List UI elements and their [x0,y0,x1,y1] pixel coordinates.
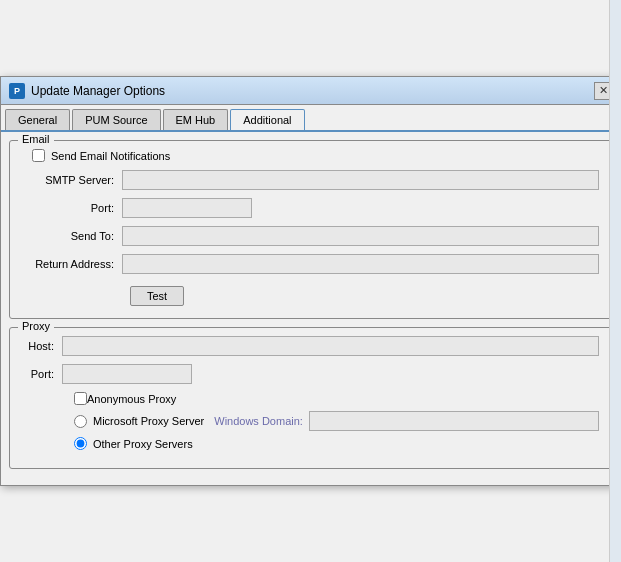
smtp-input[interactable] [122,170,599,190]
port-input[interactable] [122,198,252,218]
send-notifications-label[interactable]: Send Email Notifications [51,150,170,162]
tab-em-hub[interactable]: EM Hub [163,109,229,130]
send-notifications-row: Send Email Notifications [22,149,599,162]
send-to-row: Send To: [22,226,599,246]
proxy-port-row: Port: [22,364,599,384]
return-address-label: Return Address: [22,258,122,270]
app-icon: P [9,83,25,99]
main-window: P Update Manager Options ✕ General PUM S… [0,76,621,486]
proxy-group: Proxy Host: Port: Anonymous Proxy Micros… [9,327,612,469]
microsoft-proxy-radio[interactable] [74,415,87,428]
proxy-port-input[interactable] [62,364,192,384]
proxy-host-input[interactable] [62,336,599,356]
smtp-label: SMTP Server: [22,174,122,186]
proxy-group-label: Proxy [18,320,54,332]
right-scrollbar [609,0,621,562]
proxy-host-label: Host: [22,340,62,352]
proxy-host-row: Host: [22,336,599,356]
return-address-row: Return Address: [22,254,599,274]
return-address-input[interactable] [122,254,599,274]
anonymous-proxy-label[interactable]: Anonymous Proxy [87,393,176,405]
test-button[interactable]: Test [130,286,184,306]
tab-pum-source[interactable]: PUM Source [72,109,160,130]
other-proxy-radio[interactable] [74,437,87,450]
windows-domain-input[interactable] [309,411,599,431]
anonymous-proxy-checkbox[interactable] [74,392,87,405]
anonymous-proxy-row: Anonymous Proxy [22,392,599,405]
tab-additional[interactable]: Additional [230,109,304,132]
tab-bar: General PUM Source EM Hub Additional [1,105,620,132]
send-to-label: Send To: [22,230,122,242]
main-content: Email Send Email Notifications SMTP Serv… [1,132,620,485]
windows-domain-label: Windows Domain: [214,415,303,427]
title-bar: P Update Manager Options ✕ [1,77,620,105]
proxy-port-label: Port: [22,368,62,380]
title-bar-left: P Update Manager Options [9,83,165,99]
send-notifications-checkbox[interactable] [32,149,45,162]
email-group: Email Send Email Notifications SMTP Serv… [9,140,612,319]
other-proxy-label[interactable]: Other Proxy Servers [93,438,193,450]
email-group-label: Email [18,133,54,145]
port-label: Port: [22,202,122,214]
port-row: Port: [22,198,599,218]
microsoft-proxy-label[interactable]: Microsoft Proxy Server [93,415,204,427]
window-title: Update Manager Options [31,84,165,98]
tab-general[interactable]: General [5,109,70,130]
other-proxy-row: Other Proxy Servers [22,437,599,450]
microsoft-proxy-row: Microsoft Proxy Server Windows Domain: [22,411,599,431]
send-to-input[interactable] [122,226,599,246]
smtp-row: SMTP Server: [22,170,599,190]
